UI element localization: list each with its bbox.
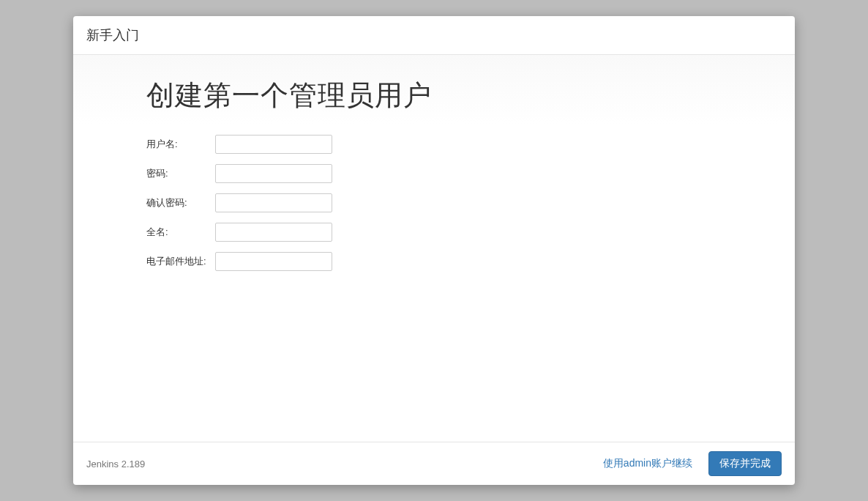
email-label: 电子邮件地址: xyxy=(146,255,215,268)
version-label: Jenkins 2.189 xyxy=(86,459,145,470)
email-input[interactable] xyxy=(215,252,332,271)
fullname-label: 全名: xyxy=(146,226,215,239)
confirm-password-label: 确认密码: xyxy=(146,196,215,209)
modal-body: 创建第一个管理员用户 用户名: 密码: 确认密码: 全名: 电子邮件地址: xyxy=(73,55,795,442)
skip-admin-button[interactable]: 使用admin账户继续 xyxy=(593,451,703,476)
modal-title: 新手入门 xyxy=(86,28,139,42)
password-input[interactable] xyxy=(215,164,332,183)
modal-footer: Jenkins 2.189 使用admin账户继续 保存并完成 xyxy=(73,442,795,485)
modal-header: 新手入门 xyxy=(73,16,795,55)
save-and-finish-button[interactable]: 保存并完成 xyxy=(708,451,782,476)
form-row-password: 密码: xyxy=(146,164,722,183)
username-label: 用户名: xyxy=(146,138,215,151)
form-row-username: 用户名: xyxy=(146,135,722,154)
confirm-password-input[interactable] xyxy=(215,193,332,212)
form-row-email: 电子邮件地址: xyxy=(146,252,722,271)
page-title: 创建第一个管理员用户 xyxy=(146,77,722,114)
fullname-input[interactable] xyxy=(215,223,332,242)
form-row-fullname: 全名: xyxy=(146,223,722,242)
username-input[interactable] xyxy=(215,135,332,154)
setup-wizard-modal: 新手入门 创建第一个管理员用户 用户名: 密码: 确认密码: 全名: 电子邮件地… xyxy=(73,16,795,485)
form-row-confirm-password: 确认密码: xyxy=(146,193,722,212)
password-label: 密码: xyxy=(146,167,215,180)
